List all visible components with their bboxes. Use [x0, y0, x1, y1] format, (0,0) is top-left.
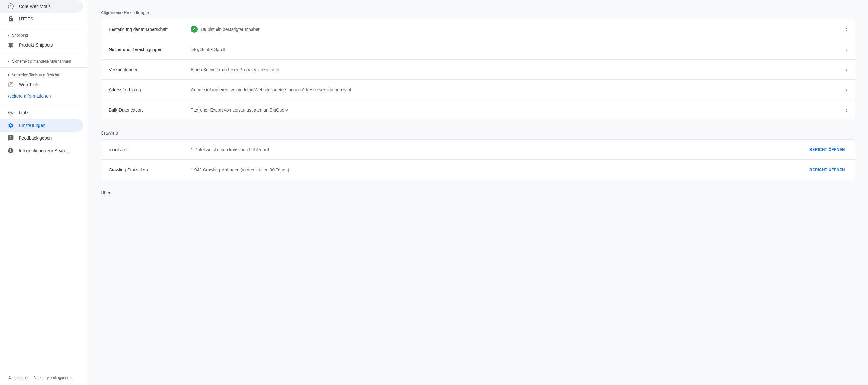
label-inhaberschaft: Bestätigung der Inhaberschaft — [109, 27, 191, 32]
sidebar-item-feedback-label: Feedback geben — [19, 135, 52, 140]
row-robots-txt[interactable]: robots.txt 1 Datei weist einen kritische… — [101, 139, 855, 160]
row-inhaberschaft[interactable]: Bestätigung der Inhaberschaft Du bist ei… — [101, 19, 855, 39]
text-crawling-statistiken: 1.942 Crawling-Anfragen (in den letzten … — [191, 167, 289, 172]
sidebar-item-einstellungen-label: Einstellungen — [19, 123, 45, 128]
divider-4 — [0, 104, 88, 104]
content-nutzer: info, Sönke Sproll — [191, 47, 846, 52]
text-nutzer: info, Sönke Sproll — [191, 47, 225, 52]
label-crawling-statistiken: Crawling-Statistiken — [109, 167, 191, 172]
content-verknuepfungen: Einen Service mit dieser Property verknü… — [191, 67, 846, 72]
action-robots-txt[interactable]: BERICHT ÖFFNEN — [809, 148, 845, 152]
content-robots-txt: 1 Datei weist einen kritischen Fehler au… — [191, 147, 809, 152]
text-verknuepfungen: Einen Service mit dieser Property verknü… — [191, 67, 279, 72]
section-title-allgemeine: Allgemeine Einstellungen — [101, 10, 856, 15]
sidebar-item-core-web-vitals[interactable]: Core Web Vitals — [0, 0, 83, 12]
sidebar-item-https-label: HTTPS — [19, 17, 33, 22]
chevron-bulk-datenexport: › — [846, 107, 847, 114]
label-nutzer: Nutzer und Berechtigungen — [109, 47, 191, 52]
sidebar-item-einstellungen[interactable]: Einstellungen — [0, 119, 83, 132]
row-verknuepfungen[interactable]: Verknüpfungen Einen Service mit dieser P… — [101, 60, 855, 80]
sidebar-item-web-tools-label: Web Tools — [19, 82, 39, 87]
sidebar: Core Web Vitals HTTPS ▾ Shopping Produkt… — [0, 0, 88, 385]
divider-3 — [0, 67, 88, 68]
privacy-link[interactable]: Datenschutz — [7, 376, 29, 380]
label-adressaenderung: Adressänderung — [109, 87, 191, 92]
lock-icon — [7, 16, 14, 22]
content-bulk-datenexport: Täglicher Export von Leistungsdaten an B… — [191, 107, 846, 113]
action-crawling-statistiken[interactable]: BERICHT ÖFFNEN — [809, 168, 845, 172]
sidebar-item-feedback[interactable]: Feedback geben — [0, 132, 83, 144]
label-verknuepfungen: Verknüpfungen — [109, 67, 191, 72]
row-nutzer[interactable]: Nutzer und Berechtigungen info, Sönke Sp… — [101, 39, 855, 60]
chevron-nutzer: › — [846, 46, 847, 53]
feedback-icon — [7, 135, 14, 141]
card-crawling: robots.txt 1 Datei weist einen kritische… — [101, 139, 856, 180]
sidebar-item-web-tools[interactable]: Web Tools — [0, 78, 83, 91]
content-adressaenderung: Google informieren, wenn deine Website z… — [191, 87, 846, 92]
card-allgemeine: Bestätigung der Inhaberschaft Du bist ei… — [101, 19, 856, 120]
sidebar-item-produkt-snippets-label: Produkt-Snippets — [19, 42, 53, 47]
content-inhaberschaft: Du bist ein bestätigter Inhaber — [191, 26, 846, 33]
info-icon — [7, 148, 14, 154]
external-link-icon — [7, 82, 14, 88]
text-bulk-datenexport: Täglicher Export von Leistungsdaten an B… — [191, 107, 288, 113]
text-robots-txt: 1 Datei weist einen kritischen Fehler au… — [191, 147, 269, 152]
chevron-verknuepfungen: › — [846, 66, 847, 73]
divider-1 — [0, 28, 88, 28]
row-adressaenderung[interactable]: Adressänderung Google informieren, wenn … — [101, 80, 855, 100]
main-content: Allgemeine Einstellungen Bestätigung der… — [88, 0, 868, 385]
section-title-ueber: Über — [101, 190, 856, 195]
section-title-crawling: Crawling — [101, 130, 856, 135]
chevron-inhaberschaft: › — [846, 26, 847, 32]
text-inhaberschaft: Du bist ein bestätigter Inhaber — [201, 27, 260, 32]
section-sicherheit-label: Sicherheit & manuelle Maßnahmen — [12, 59, 71, 64]
chevron-down-icon-2: ▾ — [7, 73, 9, 77]
green-check-icon — [191, 26, 197, 33]
row-crawling-statistiken[interactable]: Crawling-Statistiken 1.942 Crawling-Anfr… — [101, 160, 855, 180]
sidebar-footer: Datenschutz Nutzungsbedingungen — [0, 371, 88, 380]
section-vorherige[interactable]: ▾ Vorherige Tools und Berichte — [0, 70, 88, 78]
section-vorherige-label: Vorherige Tools und Berichte — [12, 73, 60, 77]
weitere-informationen-link[interactable]: Weitere Informationen — [0, 91, 88, 101]
chevron-adressaenderung: › — [846, 86, 847, 93]
section-sicherheit[interactable]: ▸ Sicherheit & manuelle Maßnahmen — [0, 57, 88, 65]
section-shopping[interactable]: ▾ Shopping — [0, 31, 88, 39]
layers-icon — [7, 42, 14, 48]
row-bulk-datenexport[interactable]: Bulk-Datenexport Täglicher Export von Le… — [101, 100, 855, 120]
content-crawling-statistiken: 1.942 Crawling-Anfragen (in den letzten … — [191, 167, 809, 172]
links-icon — [7, 110, 14, 116]
label-bulk-datenexport: Bulk-Datenexport — [109, 107, 191, 113]
section-shopping-label: Shopping — [12, 33, 28, 37]
label-robots-txt: robots.txt — [109, 147, 191, 152]
sidebar-item-informationen-label: Informationen zur Searc... — [19, 148, 70, 153]
chevron-down-icon: ▾ — [7, 33, 9, 37]
sidebar-item-produkt-snippets[interactable]: Produkt-Snippets — [0, 39, 83, 51]
chevron-right-icon: ▸ — [7, 59, 9, 64]
sidebar-item-links[interactable]: Links — [0, 106, 83, 119]
sidebar-item-links-label: Links — [19, 110, 29, 115]
divider-2 — [0, 54, 88, 54]
sidebar-item-informationen[interactable]: Informationen zur Searc... — [0, 144, 83, 157]
sidebar-item-https[interactable]: HTTPS — [0, 12, 83, 25]
settings-icon — [7, 122, 14, 129]
gauge-icon — [7, 3, 14, 9]
terms-link[interactable]: Nutzungsbedingungen — [34, 376, 71, 380]
sidebar-item-core-web-vitals-label: Core Web Vitals — [19, 4, 51, 9]
text-adressaenderung: Google informieren, wenn deine Website z… — [191, 87, 351, 92]
